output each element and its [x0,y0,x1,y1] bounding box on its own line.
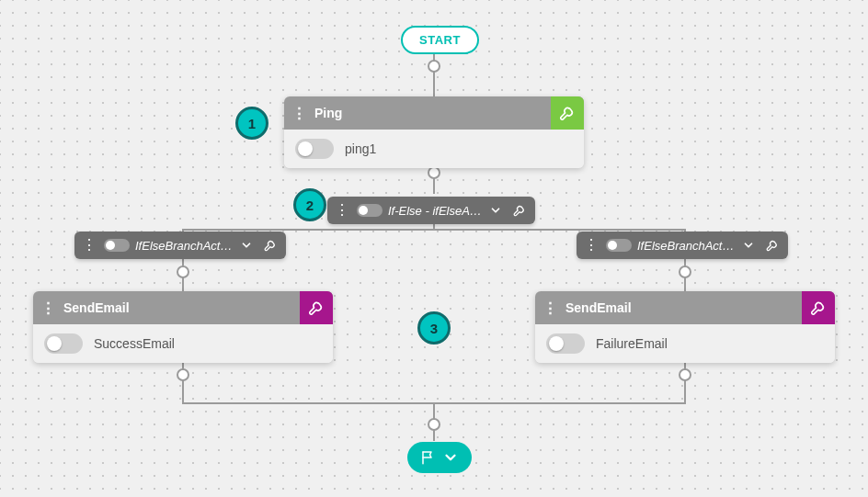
activity-title: SendEmail [63,292,300,323]
port[interactable] [679,368,691,381]
workflow-canvas[interactable]: START 1 2 3 ⋮ Ping ping1 ⋮ If-Else - ifE… [0,0,868,497]
enabled-toggle[interactable] [295,139,334,159]
branch-node-right[interactable]: ⋮ IfElseBranchAct… [577,232,788,259]
activity-node-email-right[interactable]: ⋮ SendEmail FailureEmail [535,291,835,363]
expand-button[interactable] [442,449,459,466]
wrench-icon [765,238,780,253]
wrench-icon [809,299,828,317]
activity-title: SendEmail [565,292,802,323]
settings-button[interactable] [802,291,835,324]
enabled-toggle[interactable] [104,239,130,252]
activity-instance-name: SuccessEmail [94,336,175,351]
expand-button[interactable] [238,239,255,252]
port[interactable] [177,368,189,381]
chevron-down-icon [442,449,459,466]
start-node[interactable]: START [401,26,479,54]
annotation-marker-1: 1 [235,107,268,140]
port[interactable] [428,418,440,431]
connector [684,358,686,404]
wrench-icon [558,104,577,122]
branch-label: IfElseBranchAct… [135,239,233,253]
chevron-down-icon [489,204,502,217]
port[interactable] [428,166,440,179]
annotation-marker-3: 3 [417,311,451,345]
expand-button[interactable] [740,239,757,252]
end-node[interactable] [407,442,472,473]
wrench-icon [512,203,527,218]
settings-button[interactable] [260,235,280,255]
chevron-down-icon [240,239,253,252]
enabled-toggle[interactable] [546,333,585,354]
port[interactable] [679,265,691,278]
port[interactable] [177,265,189,278]
ifelse-label: If-Else - ifElseA… [388,204,482,218]
wrench-icon [263,238,278,253]
activity-instance-name: ping1 [345,141,376,156]
drag-handle-icon[interactable]: ⋮ [33,300,63,316]
activity-node-email-left[interactable]: ⋮ SendEmail SuccessEmail [33,291,333,363]
chevron-down-icon [742,239,755,252]
settings-button[interactable] [300,291,333,324]
settings-button[interactable] [509,200,530,220]
activity-node-ping[interactable]: ⋮ Ping ping1 [284,96,584,168]
activity-title: Ping [314,97,551,129]
wrench-icon [307,299,326,317]
branch-node-left[interactable]: ⋮ IfElseBranchAct… [74,232,286,259]
drag-handle-icon[interactable]: ⋮ [284,106,314,121]
connector [433,51,435,99]
enabled-toggle[interactable] [357,204,383,217]
enabled-toggle[interactable] [44,333,83,354]
enabled-toggle[interactable] [606,239,632,252]
settings-button[interactable] [551,96,584,130]
branch-label: IfElseBranchAct… [637,239,735,253]
ifelse-node[interactable]: ⋮ If-Else - ifElseA… [327,197,535,224]
start-label: START [419,33,461,47]
port[interactable] [428,60,440,73]
activity-instance-name: FailureEmail [596,336,668,351]
expand-button[interactable] [487,204,504,217]
drag-handle-icon[interactable]: ⋮ [535,300,565,316]
flag-icon [420,449,437,466]
connector [182,229,686,231]
connector [182,358,184,404]
drag-handle-icon[interactable]: ⋮ [582,238,600,253]
annotation-marker-2: 2 [293,188,326,221]
drag-handle-icon[interactable]: ⋮ [333,203,351,218]
drag-handle-icon[interactable]: ⋮ [80,238,98,253]
settings-button[interactable] [762,235,782,255]
